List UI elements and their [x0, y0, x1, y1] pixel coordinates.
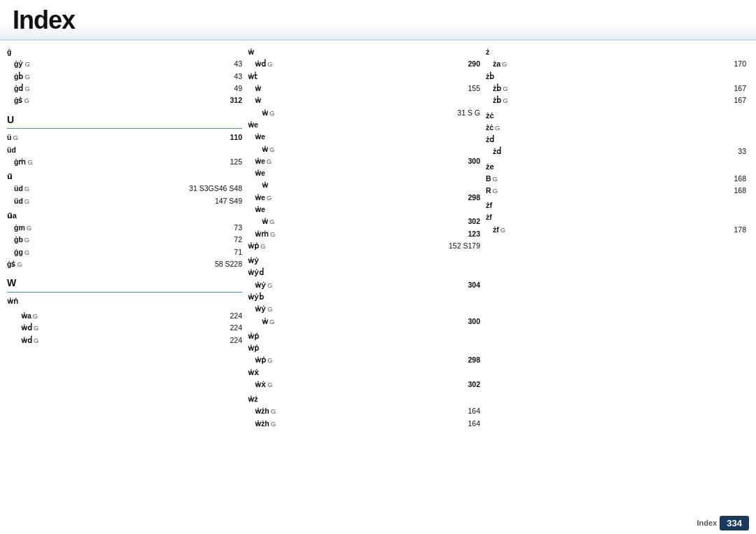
list-item: ẇẏ G	[248, 303, 480, 315]
list-item: ẇ G	[248, 143, 480, 155]
section-letter-u: U	[7, 113, 242, 128]
list-item: ẇẏḃ	[248, 291, 480, 303]
footer-page-number: 334	[720, 516, 749, 531]
list-item: B G 168	[486, 173, 746, 185]
list-item: ẇṗ	[248, 342, 480, 354]
list-item: ẇḋ G 224	[7, 335, 242, 346]
list-item: żf G 178	[486, 224, 746, 236]
list-item: üd G 147 S49	[7, 195, 242, 207]
list-item: ẇ G 31 S G	[248, 107, 480, 119]
list-item: ẇ G 300	[248, 316, 480, 328]
index-column-3: ż ża G 170 żḃ żḃ G 167 żḃ G 167 żċ żċ G …	[483, 46, 749, 506]
list-item: żf	[486, 211, 746, 223]
index-column-1: ġ ġẏ G 43 ġḃ G 43 ġḋ G 49 ġṡ G 312 U ü G	[7, 46, 245, 506]
list-item: ġg G 71	[7, 246, 242, 258]
list-item: ẇe	[248, 131, 480, 143]
footer-label: Index	[697, 519, 718, 527]
list-item: ẇ G 302	[248, 216, 480, 227]
list-item: żḋ 33	[486, 146, 746, 157]
list-item: üd	[7, 144, 242, 156]
list-item: żḃ G 167	[486, 83, 746, 94]
list-item: ġb G 72	[7, 234, 242, 246]
list-item: ġẏ G 43	[7, 58, 242, 70]
list-item: ẇṫ	[248, 71, 480, 83]
list-item: żḋ	[486, 134, 746, 146]
list-item: ẇ	[248, 46, 480, 58]
list-item: ẇḋ G 224	[7, 322, 242, 334]
list-item: ẇẏḋ	[248, 267, 480, 279]
list-item: ẇa G 224	[7, 310, 242, 322]
list-item: ġṡ G 312	[7, 94, 242, 106]
list-item: ż	[486, 46, 746, 58]
index-column-2: ẇ ẇḋ G 290 ẇṫ ẇ 155 ẇ ẇ G 31 S G ẇe ẇe ẇ	[245, 46, 483, 506]
list-item: ġḃ G 43	[7, 71, 242, 83]
list-item: ẇżh G 164	[248, 405, 480, 417]
list-item: ẇe	[248, 167, 480, 179]
list-item: üd G 31 S3GS46 S48	[7, 183, 242, 195]
list-item: ẇżh G 164	[248, 418, 480, 430]
list-item: żḃ G 167	[486, 94, 746, 106]
list-item: ġ	[7, 46, 242, 58]
section-ue: ü̈	[7, 171, 242, 183]
list-item: ẇẋ G 302	[248, 379, 480, 391]
list-item: ża G 170	[486, 58, 746, 70]
section-divider	[7, 128, 242, 129]
list-item: ġm G 73	[7, 222, 242, 234]
list-item: ġḋ G 49	[7, 83, 242, 94]
list-item: żċ G	[486, 122, 746, 134]
list-item: ẇe G 300	[248, 155, 480, 167]
section-u: U	[7, 113, 242, 129]
page-footer: Index 334	[0, 512, 756, 534]
main-content: ġ ġẏ G 43 ġḃ G 43 ġḋ G 49 ġṡ G 312 U ü G	[0, 41, 756, 509]
list-item: ġṁ G 125	[7, 156, 242, 168]
list-item: ẇṗ G 298	[248, 354, 480, 366]
list-item: R G 168	[486, 185, 746, 197]
list-item: ġṡ G 58 S228	[7, 258, 242, 270]
list-item: ẇ	[248, 94, 480, 106]
list-item: ẇḋ G 290	[248, 58, 480, 70]
section-uea: ü̈a	[7, 210, 242, 222]
list-item: ẇe	[248, 204, 480, 216]
list-item: ẇ	[248, 179, 480, 191]
list-item: ẇẋ	[248, 367, 480, 379]
section-w: W	[7, 276, 242, 293]
list-item: ẇ 155	[248, 83, 480, 94]
section-divider-w	[7, 292, 242, 293]
page-title: Index	[13, 6, 743, 35]
list-item: ẇe	[248, 119, 480, 131]
list-item: ẇẏ G 304	[248, 279, 480, 291]
list-item: żḃ	[486, 71, 746, 83]
list-item: ẇṅ	[7, 295, 242, 307]
list-item: ẇṗ G 152 S179	[248, 240, 480, 252]
list-item: ü G 110	[7, 132, 242, 143]
page-header: Index	[0, 0, 756, 41]
list-item: ẇe G 298	[248, 192, 480, 204]
section-letter-w: W	[7, 276, 242, 291]
list-item: ẇṁ G 123	[248, 228, 480, 240]
